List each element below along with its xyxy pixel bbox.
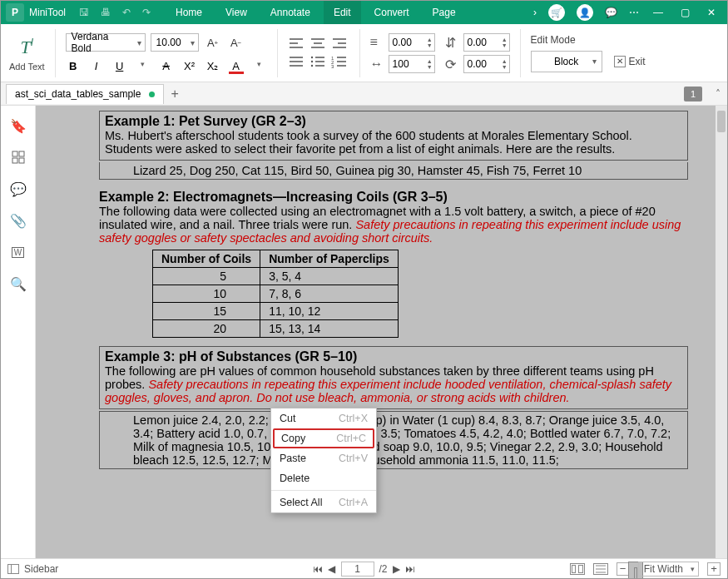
char-spacing-icon: ↔ [370, 57, 385, 72]
page-number-input[interactable]: 1 [340, 562, 374, 577]
exit-button[interactable]: ✕ Exit [614, 56, 646, 67]
add-text-group[interactable]: TI Add Text [9, 35, 45, 72]
ctx-select-all[interactable]: Select AllCtrl+A [271, 492, 376, 512]
ctx-copy[interactable]: CopyCtrl+C [273, 428, 374, 448]
font-color-more-icon[interactable]: ▾ [252, 60, 267, 72]
scale-input[interactable]: 100▲▼ [389, 55, 435, 73]
menu-page[interactable]: Page [423, 1, 466, 24]
menu-convert[interactable]: Convert [364, 1, 419, 24]
align-justify-button[interactable] [288, 55, 306, 70]
para-spacing-input[interactable]: 0.00▲▼ [463, 33, 510, 52]
tab-strip: ast_sci_data_tables_sample + 1 ˄ [1, 82, 727, 106]
menu-home[interactable]: Home [166, 1, 212, 24]
scroll-thumb[interactable] [717, 111, 726, 132]
print-icon[interactable]: 🖶 [101, 7, 111, 18]
prev-page-button[interactable]: ◀ [328, 563, 335, 575]
bookmarks-icon[interactable]: 🔖 [10, 117, 27, 134]
edit-mode-group: Edit Mode Block ✕ Exit [531, 34, 646, 72]
page-badge: 1 [684, 87, 702, 101]
subscript-button[interactable]: X₂ [206, 60, 220, 72]
save-icon[interactable]: 🖫 [79, 7, 89, 18]
align-group: 123 [288, 37, 349, 70]
vertical-scrollbar[interactable] [716, 106, 727, 558]
thumbnails-icon[interactable] [10, 149, 27, 166]
side-toolbar: 🔖 💬 📎 W 🔍 [1, 106, 36, 558]
cart-icon[interactable]: 🛒 [548, 4, 565, 21]
last-page-button[interactable]: ⏭ [405, 563, 415, 575]
menu-view[interactable]: View [215, 1, 257, 24]
sidebar-toggle-icon[interactable] [7, 564, 19, 574]
close-button[interactable]: ✕ [704, 5, 719, 20]
table-row: 1511, 10, 12 [153, 303, 399, 320]
more-icon[interactable]: ⋯ [629, 7, 639, 18]
table-row: 2015, 13, 14 [153, 320, 399, 338]
strike-button[interactable]: A [159, 60, 174, 72]
undo-icon[interactable]: ↶ [122, 7, 131, 18]
align-right-button[interactable] [331, 37, 349, 52]
ctx-delete[interactable]: Delete [271, 468, 376, 488]
continuous-view-button[interactable] [593, 563, 608, 575]
separator [520, 29, 521, 77]
first-page-button[interactable]: ⏮ [313, 563, 323, 575]
two-page-view-button[interactable] [570, 563, 585, 575]
document-viewport[interactable]: Example 1: Pet Survey (GR 2–3) Ms. Huber… [36, 106, 727, 558]
separator [277, 29, 278, 77]
font-color-button[interactable]: A [229, 60, 244, 72]
superscript-button[interactable]: X² [182, 60, 197, 72]
attachments-icon[interactable]: 📎 [10, 212, 27, 229]
zoom-select[interactable]: Fit Width [638, 562, 699, 577]
ribbon: TI Add Text Verdana Bold 10.00 A+ A− B I… [1, 24, 727, 82]
separator [55, 29, 56, 77]
example-2-title: Example 2: Electromagnets—Increasing Coi… [99, 190, 688, 205]
number-list-button[interactable]: 123 [331, 55, 349, 70]
coils-table: Number of CoilsNumber of Paperclips 53, … [152, 250, 399, 338]
add-text-icon: TI [14, 35, 39, 60]
align-center-button[interactable] [310, 37, 328, 52]
svg-rect-24 [12, 151, 17, 156]
underline-more-icon[interactable]: ▾ [136, 60, 151, 72]
menu-edit[interactable]: Edit [324, 1, 361, 24]
collapse-ribbon-button[interactable]: ˄ [716, 88, 721, 100]
svg-rect-26 [12, 158, 17, 163]
table-header-coils: Number of Coils [153, 250, 260, 268]
font-family-select[interactable]: Verdana Bold [66, 33, 146, 52]
svg-point-16 [310, 64, 312, 66]
underline-button[interactable]: U [112, 60, 127, 72]
comments-icon[interactable]: 💬 [10, 181, 27, 197]
example-3-block: Example 3: pH of Substances (GR 5–10) Th… [99, 346, 688, 409]
word-export-icon[interactable]: W [10, 244, 27, 260]
shrink-font-button[interactable]: A− [227, 33, 245, 52]
bold-button[interactable]: B [66, 60, 81, 72]
italic-button[interactable]: I [89, 60, 104, 72]
font-size-select[interactable]: 10.00 [151, 33, 199, 52]
grow-font-button[interactable]: A+ [204, 33, 222, 52]
svg-rect-25 [19, 151, 24, 156]
app-name: MiniTool [29, 7, 66, 18]
quick-access-toolbar: 🖫 🖶 ↶ ↷ [79, 7, 151, 18]
chevron-right-icon[interactable]: › [533, 7, 537, 18]
next-page-button[interactable]: ▶ [393, 563, 400, 575]
minimize-button[interactable]: — [651, 5, 666, 20]
redo-icon[interactable]: ↷ [142, 7, 151, 18]
add-text-label: Add Text [9, 62, 45, 72]
main-menus: Home View Annotate Edit Convert Page [166, 1, 525, 24]
example-1-block: Example 1: Pet Survey (GR 2–3) Ms. Huber… [99, 111, 688, 161]
svg-point-14 [310, 60, 312, 62]
edit-mode-select[interactable]: Block [531, 51, 602, 72]
line-spacing-input[interactable]: 0.00▲▼ [389, 33, 435, 52]
bullet-list-button[interactable] [310, 55, 328, 70]
search-icon[interactable]: 🔍 [10, 275, 27, 292]
maximize-button[interactable]: ▢ [677, 5, 692, 20]
menu-annotate[interactable]: Annotate [260, 1, 320, 24]
zoom-in-button[interactable]: + [707, 562, 721, 576]
user-icon[interactable]: 👤 [577, 4, 593, 21]
svg-point-12 [310, 56, 312, 57]
rotation-input[interactable]: 0.00▲▼ [463, 55, 510, 73]
ctx-paste[interactable]: PasteCtrl+V [271, 448, 376, 468]
align-left-button[interactable] [288, 37, 306, 52]
sidebar-label[interactable]: Sidebar [24, 563, 58, 575]
document-tab[interactable]: ast_sci_data_tables_sample [6, 84, 164, 104]
chat-icon[interactable]: 💬 [605, 7, 617, 18]
new-tab-button[interactable]: + [171, 87, 178, 101]
ctx-cut[interactable]: CutCtrl+X [271, 408, 376, 428]
